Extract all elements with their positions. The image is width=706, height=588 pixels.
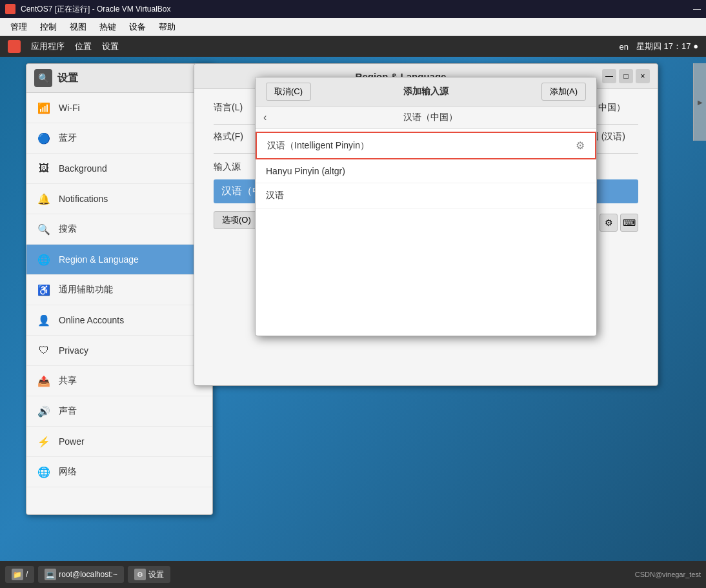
settings-item-notifications-label: Notifications: [59, 194, 108, 204]
menubar: 管理 控制 视图 热键 设备 帮助: [0, 18, 706, 36]
accessibility-icon: ♿: [37, 283, 51, 297]
dialog-add-button[interactable]: 添加(A): [541, 83, 586, 101]
minimize-button[interactable]: —: [693, 5, 701, 14]
online-accounts-icon: 👤: [37, 313, 51, 327]
terminal-label: root@localhost:~: [59, 570, 117, 579]
taskbar-top-left: 应用程序 位置 设置: [8, 40, 119, 53]
settings-item-region-label: Region & Language: [59, 254, 139, 265]
sound-icon: 🔊: [37, 404, 51, 418]
dialog-list-item-0[interactable]: 汉语（Intelligent Pinyin） ⚙: [256, 132, 596, 159]
dialog-back-button[interactable]: ‹: [263, 112, 267, 123]
wifi-icon: 📶: [37, 101, 51, 115]
background-icon: 🖼: [37, 161, 51, 176]
titlebar-app-icon: [5, 4, 15, 14]
settings-item-wifi-label: Wi-Fi: [59, 103, 80, 113]
region-icon: 🌐: [37, 252, 51, 267]
settings-item-network[interactable]: 🌐 网络: [26, 457, 212, 487]
language-indicator[interactable]: en: [620, 42, 629, 52]
taskbar-bottom-right: CSDN@vinegar_test: [635, 571, 701, 578]
side-panel-hint: ▶: [693, 63, 706, 141]
power-icon: ⚡: [37, 434, 51, 449]
settings-item-sound-label: 声音: [59, 405, 77, 417]
titlebar-title: CentOS7 [正在运行] - Oracle VM VirtualBox: [21, 4, 688, 15]
settings-item-power[interactable]: ⚡ Power: [26, 427, 212, 457]
dialog-nav-title: 汉语（中国）: [272, 112, 589, 123]
taskbar-top: 应用程序 位置 设置 en 星期四 17：17 ●: [0, 36, 706, 57]
taskbar-bottom: 📁 / 💻 root@localhost:~ ⚙ 设置 CSDN@vinegar…: [0, 561, 706, 588]
dialog-list-item-2[interactable]: 汉语: [256, 183, 596, 208]
search-icon: 🔍: [37, 222, 51, 236]
file-manager-icon: 📁: [12, 569, 23, 580]
dialog-list-item-1[interactable]: Hanyu Pinyin (altgr): [256, 159, 596, 183]
datetime-display: 星期四 17：17 ●: [636, 41, 698, 52]
settings-item-notifications[interactable]: 🔔 Notifications: [26, 184, 212, 214]
settings-search-button[interactable]: 🔍: [34, 69, 52, 87]
settings-window: 🔍 设置 📶 Wi-Fi 🔵 蓝牙 🖼 Background 🔔 Notific…: [26, 63, 213, 515]
settings-item-search-label: 搜索: [59, 223, 77, 235]
menu-control[interactable]: 控制: [35, 20, 62, 34]
settings-item-background[interactable]: 🖼 Background: [26, 154, 212, 184]
dialog-item-label-2: 汉语: [266, 190, 284, 201]
dialog-list: 汉语（Intelligent Pinyin） ⚙ Hanyu Pinyin (a…: [256, 129, 596, 211]
bluetooth-icon: 🔵: [37, 131, 51, 145]
menu-device[interactable]: 设备: [124, 20, 151, 34]
dialog-cancel-button[interactable]: 取消(C): [266, 83, 311, 101]
region-window: Region & Language — □ × 语言(L) 汉语（中国） 格式(…: [194, 63, 658, 386]
taskbar-right-icons: CSDN@vinegar_test: [635, 571, 701, 578]
settings-item-privacy[interactable]: 🛡 Privacy: [26, 336, 212, 366]
desktop: 🔍 设置 📶 Wi-Fi 🔵 蓝牙 🖼 Background 🔔 Notific…: [0, 57, 706, 561]
settings-item-online-accounts-label: Online Accounts: [59, 315, 124, 325]
menu-view[interactable]: 视图: [65, 20, 92, 34]
settings-header: 🔍 设置: [26, 64, 212, 93]
network-icon: 🌐: [37, 465, 51, 479]
dialog-nav: ‹ 汉语（中国）: [256, 106, 596, 129]
taskbar-top-right: en 星期四 17：17 ●: [620, 41, 698, 52]
settings-title: 设置: [57, 72, 78, 85]
dialog-overlay: 取消(C) 添加输入源 添加(A) ‹ 汉语（中国） 汉语（Intelligen…: [194, 64, 658, 385]
titlebar: CentOS7 [正在运行] - Oracle VM VirtualBox —: [0, 0, 706, 18]
settings-item-background-label: Background: [59, 163, 107, 174]
settings-item-sharing-label: 共享: [59, 375, 77, 387]
settings-item-online-accounts[interactable]: 👤 Online Accounts: [26, 305, 212, 336]
centos-icon: [8, 40, 21, 53]
taskbar-settings[interactable]: ⚙ 设置: [128, 566, 170, 583]
settings-list: 📶 Wi-Fi 🔵 蓝牙 🖼 Background 🔔 Notification…: [26, 93, 212, 514]
dialog-header: 取消(C) 添加输入源 添加(A): [256, 77, 596, 106]
settings-item-bluetooth-label: 蓝牙: [59, 132, 77, 144]
settings-item-accessibility[interactable]: ♿ 通用辅助功能: [26, 275, 212, 305]
dialog-title: 添加输入源: [311, 86, 541, 97]
dialog-item-label-0: 汉语（Intelligent Pinyin）: [267, 140, 369, 152]
settings-item-bluetooth[interactable]: 🔵 蓝牙: [26, 123, 212, 154]
dialog-body: 汉语（Intelligent Pinyin） ⚙ Hanyu Pinyin (a…: [256, 129, 596, 336]
settings-item-privacy-label: Privacy: [59, 345, 88, 356]
dialog-item-label-1: Hanyu Pinyin (altgr): [266, 166, 345, 176]
privacy-icon: 🛡: [37, 343, 51, 358]
taskbar-settings-label: 设置: [148, 569, 164, 580]
settings-item-wifi[interactable]: 📶 Wi-Fi: [26, 93, 212, 123]
sharing-icon: 📤: [37, 374, 51, 388]
add-input-source-dialog: 取消(C) 添加输入源 添加(A) ‹ 汉语（中国） 汉语（Intelligen…: [255, 77, 597, 336]
settings-item-network-label: 网络: [59, 466, 77, 478]
settings-item-sharing[interactable]: 📤 共享: [26, 366, 212, 396]
settings-item-accessibility-label: 通用辅助功能: [59, 284, 113, 296]
menu-hotkey[interactable]: 热键: [94, 20, 121, 34]
settings-item-power-label: Power: [59, 436, 85, 447]
terminal-icon: 💻: [45, 569, 56, 580]
taskbar-settings-menu[interactable]: 设置: [102, 41, 119, 52]
menu-help[interactable]: 帮助: [154, 20, 181, 34]
settings-item-region[interactable]: 🌐 Region & Language: [26, 245, 212, 275]
taskbar-app-menu[interactable]: 应用程序: [31, 41, 65, 52]
taskbar-file-manager[interactable]: 📁 /: [5, 566, 34, 583]
settings-item-sound[interactable]: 🔊 声音: [26, 396, 212, 427]
settings-icon: ⚙: [134, 569, 146, 580]
settings-item-search[interactable]: 🔍 搜索: [26, 214, 212, 245]
notifications-icon: 🔔: [37, 192, 51, 206]
taskbar-terminal[interactable]: 💻 root@localhost:~: [38, 566, 124, 583]
file-manager-label: /: [26, 570, 28, 579]
gear-icon-0[interactable]: ⚙: [576, 139, 585, 152]
taskbar-location-menu[interactable]: 位置: [75, 41, 92, 52]
menu-manage[interactable]: 管理: [5, 20, 32, 34]
